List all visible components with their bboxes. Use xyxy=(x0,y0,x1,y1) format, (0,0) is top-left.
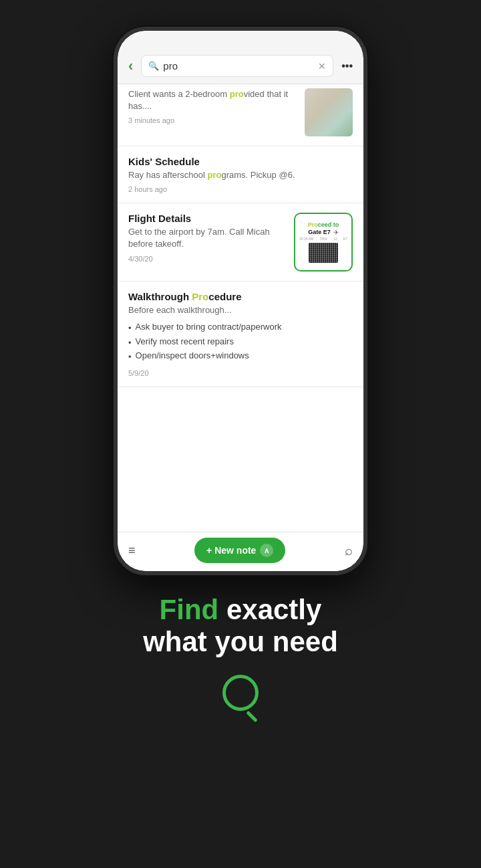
search-input[interactable]: pro xyxy=(163,60,314,72)
more-button[interactable]: ••• xyxy=(339,59,355,74)
boarding-pass-header: Proceed to xyxy=(298,221,349,229)
note-title: Walkthrough Procedure xyxy=(128,291,353,302)
tagline-find: Find xyxy=(160,594,219,625)
new-note-button[interactable]: + New note ∧ xyxy=(194,538,285,563)
note-preview: Before each walkthrough... xyxy=(128,304,353,316)
new-note-label: + New note xyxy=(206,545,256,556)
note-thumbnail xyxy=(305,88,353,136)
status-bar xyxy=(118,31,363,49)
note-content: Client wants a 2-bedroom provided that i… xyxy=(128,88,298,124)
bullet-item: • Open/inspect doors+windows xyxy=(128,349,353,364)
bullet-item: • Ask buyer to bring contract/paperwork xyxy=(128,320,353,335)
back-button[interactable]: ‹ xyxy=(126,58,136,75)
search-button[interactable]: ⌕ xyxy=(345,543,353,558)
bullet-text: Ask buyer to bring contract/paperwork xyxy=(136,320,282,334)
title-highlight: Pro xyxy=(192,291,208,302)
note-title: Flight Details xyxy=(128,213,287,224)
qr-code xyxy=(309,243,338,263)
bullet-text: Open/inspect doors+windows xyxy=(136,349,249,362)
note-content: Kids' Schedule Ray has afterschool progr… xyxy=(128,156,353,193)
bullet-text: Verify most recent repairs xyxy=(136,335,234,348)
room-image xyxy=(305,88,353,136)
meta-flight: T002 xyxy=(319,237,327,241)
clear-button[interactable]: ✕ xyxy=(318,61,326,72)
note-item-partial[interactable]: Client wants a 2-bedroom provided that i… xyxy=(118,84,363,146)
title-start: Walkthrough xyxy=(128,291,192,302)
bullet-dot: • xyxy=(128,336,132,350)
bullet-item: • Verify most recent repairs xyxy=(128,335,353,350)
bullet-dot: • xyxy=(128,322,132,335)
note-date: 4/30/20 xyxy=(128,255,287,263)
qr-pattern xyxy=(309,243,338,263)
note-date: 5/9/20 xyxy=(128,369,353,377)
note-title: Kids' Schedule xyxy=(128,156,353,167)
note-preview: Get to the airport by 7am. Call Micah be… xyxy=(128,226,287,250)
tagline: Find exactlywhat you need xyxy=(143,594,338,659)
note-item-kids-schedule[interactable]: Kids' Schedule Ray has afterschool progr… xyxy=(118,146,363,203)
notes-list: Client wants a 2-bedroom provided that i… xyxy=(118,84,363,532)
meta-time: 10:15 AM xyxy=(299,237,313,241)
note-date: 2 hours ago xyxy=(128,185,353,193)
big-search-icon xyxy=(222,675,259,711)
bullet-dot: • xyxy=(128,350,132,364)
boarding-pass-meta: 10:15 AM T002 12 E7 xyxy=(298,236,349,241)
plane-icon: ✈ xyxy=(333,229,339,236)
note-content: Flight Details Get to the airport by 7am… xyxy=(128,213,287,262)
note-date: 3 minutes ago xyxy=(128,116,298,124)
phone-screen: ‹ 🔍 pro ✕ ••• Client wants a 2-bedroom p… xyxy=(118,31,363,571)
meta-gate-num: E7 xyxy=(343,237,347,241)
tagline-section: Find exactlywhat you need xyxy=(116,594,365,711)
title-end: cedure xyxy=(208,291,241,302)
note-item-walkthrough[interactable]: Walkthrough Procedure Before each walkth… xyxy=(118,282,363,387)
bullet-list: • Ask buyer to bring contract/paperwork … xyxy=(128,320,353,364)
menu-button[interactable]: ≡ xyxy=(128,544,136,558)
meta-seat: 12 xyxy=(333,237,337,241)
note-content: Walkthrough Procedure Before each walkth… xyxy=(128,291,353,377)
search-input-container: 🔍 pro ✕ xyxy=(141,55,333,77)
search-bar: ‹ 🔍 pro ✕ ••• xyxy=(118,49,363,84)
search-highlight: pro xyxy=(230,89,244,99)
note-preview: Ray has afterschool programs. Pickup @6. xyxy=(128,169,353,181)
chevron-up-icon: ∧ xyxy=(260,544,273,557)
boarding-pass-card: Proceed to Gate E7 ✈ 10:15 AM T002 12 E7 xyxy=(294,213,353,272)
boarding-highlight: Pro xyxy=(308,221,318,228)
phone-frame: ‹ 🔍 pro ✕ ••• Client wants a 2-bedroom p… xyxy=(114,27,367,575)
note-preview: Client wants a 2-bedroom provided that i… xyxy=(128,88,298,112)
boarding-gate: Gate E7 xyxy=(308,229,331,236)
note-item-flight-details[interactable]: Flight Details Get to the airport by 7am… xyxy=(118,203,363,282)
bottom-navigation: ≡ + New note ∧ ⌕ xyxy=(118,532,363,571)
search-highlight: pro xyxy=(208,170,222,180)
search-icon: 🔍 xyxy=(148,61,159,71)
